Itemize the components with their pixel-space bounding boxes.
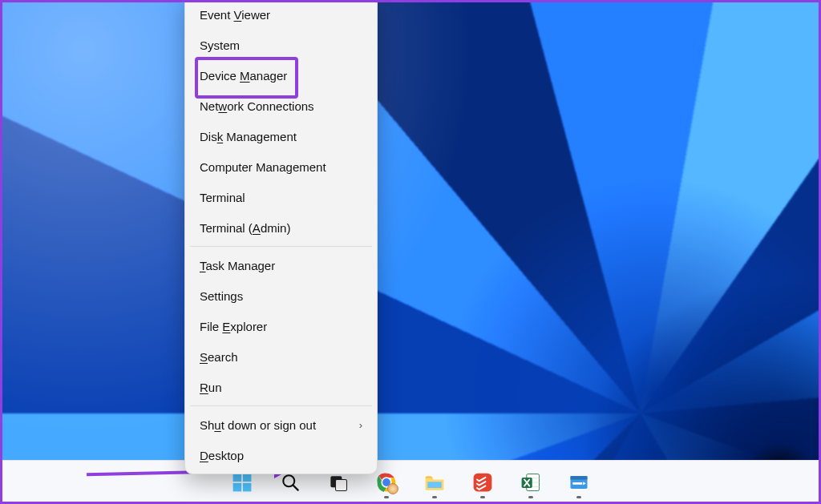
menu-item-label: Network Connections bbox=[200, 99, 314, 113]
menu-item-event-viewer[interactable]: Event Viewer bbox=[185, 0, 377, 30]
svg-rect-20 bbox=[572, 482, 582, 485]
menu-item-label: Terminal (Admin) bbox=[200, 221, 290, 235]
menu-item-label: Desktop bbox=[200, 449, 244, 462]
wallpaper-glow bbox=[0, 0, 821, 504]
run-icon bbox=[568, 471, 590, 494]
menu-item-computer-management[interactable]: Computer Management bbox=[185, 151, 377, 182]
file-explorer-button[interactable] bbox=[418, 466, 451, 499]
svg-rect-19 bbox=[571, 476, 588, 479]
menu-item-settings[interactable]: Settings bbox=[185, 280, 377, 311]
menu-separator bbox=[190, 405, 372, 406]
menu-item-run[interactable]: Run bbox=[185, 372, 377, 402]
menu-item-desktop[interactable]: Desktop bbox=[185, 440, 377, 470]
menu-item-terminal[interactable]: Terminal bbox=[185, 182, 377, 212]
menu-item-label: File Explorer bbox=[200, 320, 267, 333]
menu-item-task-manager[interactable]: Task Manager bbox=[185, 250, 377, 280]
menu-item-file-explorer[interactable]: File Explorer bbox=[185, 311, 377, 341]
running-indicator bbox=[528, 496, 533, 498]
menu-separator bbox=[190, 246, 372, 247]
menu-item-label: System bbox=[200, 38, 240, 52]
svg-rect-7 bbox=[336, 480, 347, 491]
folder-icon bbox=[423, 471, 446, 494]
menu-item-label: Terminal bbox=[200, 191, 245, 204]
chrome-profile-badge bbox=[387, 483, 398, 494]
menu-item-label: Run bbox=[200, 381, 222, 394]
excel-icon bbox=[520, 471, 542, 494]
svg-rect-3 bbox=[243, 483, 252, 492]
task-view-icon bbox=[327, 471, 350, 494]
menu-item-label: Disk Management bbox=[200, 130, 297, 143]
running-indicator bbox=[576, 496, 581, 498]
chevron-right-icon: › bbox=[359, 419, 362, 431]
run-dialog-button[interactable] bbox=[562, 466, 596, 499]
menu-item-search[interactable]: Search bbox=[185, 341, 377, 372]
menu-item-label: Event Viewer bbox=[200, 8, 270, 22]
running-indicator bbox=[432, 496, 437, 498]
running-indicator bbox=[384, 496, 389, 498]
menu-item-disk-management[interactable]: Disk Management bbox=[185, 121, 377, 151]
todoist-button[interactable] bbox=[466, 466, 499, 499]
menu-item-label: Search bbox=[200, 350, 238, 364]
winx-menu[interactable]: Event ViewerSystemDevice ManagerNetwork … bbox=[184, 0, 378, 474]
todoist-icon bbox=[471, 471, 494, 494]
menu-item-label: Task Manager bbox=[200, 259, 275, 272]
excel-button[interactable] bbox=[514, 466, 548, 499]
running-indicator bbox=[480, 496, 485, 498]
menu-item-label: Computer Management bbox=[200, 160, 326, 174]
svg-rect-2 bbox=[233, 483, 242, 492]
menu-item-terminal-admin[interactable]: Terminal (Admin) bbox=[185, 212, 377, 243]
svg-line-5 bbox=[293, 486, 298, 490]
menu-item-shut-down-or-sign-out[interactable]: Shut down or sign out› bbox=[185, 409, 377, 440]
menu-item-network-connections[interactable]: Network Connections bbox=[185, 91, 377, 121]
menu-item-label: Device Manager bbox=[200, 69, 287, 83]
svg-rect-11 bbox=[427, 482, 442, 488]
menu-item-label: Shut down or sign out bbox=[200, 418, 316, 432]
menu-item-device-manager[interactable]: Device Manager bbox=[185, 60, 377, 91]
menu-item-system[interactable]: System bbox=[185, 30, 377, 60]
menu-item-label: Settings bbox=[200, 289, 243, 303]
desktop: Event ViewerSystemDevice ManagerNetwork … bbox=[0, 0, 821, 504]
